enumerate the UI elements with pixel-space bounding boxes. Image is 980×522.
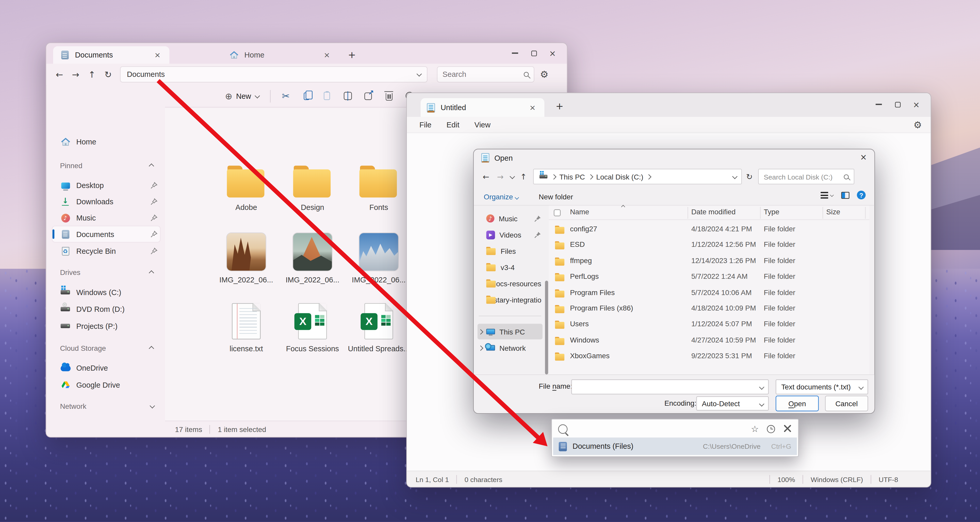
file-item-img1[interactable]: IMG_2022_06... <box>215 233 277 285</box>
cancel-button[interactable]: Cancel <box>825 396 868 411</box>
chevron-down-icon[interactable] <box>510 173 515 179</box>
section-network[interactable]: Network <box>60 403 160 410</box>
forward-icon[interactable]: → <box>68 69 84 80</box>
file-row-xboxgames[interactable]: XboxGames 9/22/2023 5:31 PM File folder <box>549 349 869 365</box>
file-row-windows[interactable]: Windows 4/27/2024 10:59 PM File folder <box>549 333 869 349</box>
encoding-select[interactable]: Auto-Detect <box>696 396 769 411</box>
file-item-license[interactable]: license.txt <box>215 303 277 353</box>
file-row-esd[interactable]: ESD 1/12/2024 12:56 PM File folder <box>549 238 869 254</box>
file-item-img3[interactable]: IMG_2022_06... <box>347 233 410 285</box>
share-icon[interactable] <box>358 87 379 105</box>
rename-icon[interactable] <box>337 87 358 105</box>
file-item-focus-sessions[interactable]: X Focus Sessions <box>282 303 344 353</box>
place-videos[interactable]: ▶ Videos <box>477 227 542 243</box>
chevron-down-icon[interactable] <box>417 71 422 76</box>
sidebar-item-downloads[interactable]: ↓ Downloads <box>52 194 160 209</box>
organize-button[interactable]: Organize <box>484 193 519 201</box>
notepad-tab-untitled[interactable]: Untitled × <box>421 98 544 117</box>
file-row-program-files[interactable]: Program Files 5/7/2024 10:06 AM File fol… <box>549 285 869 301</box>
preview-pane-icon[interactable] <box>841 192 850 199</box>
expand-icon[interactable] <box>478 329 483 334</box>
sidebar-item-documents[interactable]: Documents <box>52 226 160 242</box>
dialog-search-input[interactable]: Search Local Disk (C:) <box>758 169 854 185</box>
file-row-program-files-x86[interactable]: Program Files (x86) 4/18/2024 10:09 PM F… <box>549 301 869 317</box>
back-icon[interactable]: ← <box>479 172 493 181</box>
section-drives[interactable]: Drives <box>60 269 160 276</box>
tree-item-this-pc[interactable]: This PC <box>477 324 542 339</box>
file-row-config27[interactable]: config27 4/18/2024 4:21 PM File folder <box>549 222 869 238</box>
place-listary-integration[interactable]: listary-integratio <box>477 292 542 308</box>
sidebar-item-onedrive[interactable]: OneDrive <box>52 360 160 376</box>
menu-view[interactable]: View <box>468 118 497 131</box>
sidebar-item-desktop[interactable]: Desktop <box>52 177 160 193</box>
listary-result-row[interactable]: Documents (Files) C:\Users\OneDrive Ctrl… <box>553 438 797 455</box>
delete-icon[interactable] <box>379 87 399 105</box>
place-docs-resources[interactable]: docs-resources <box>477 276 542 291</box>
open-button[interactable]: Open <box>776 396 819 411</box>
file-row-perflogs[interactable]: PerfLogs 5/7/2022 1:24 AM File folder <box>549 269 869 285</box>
column-type[interactable]: Type <box>764 208 780 216</box>
sidebar-item-projects-p[interactable]: Projects (P:) <box>52 318 160 334</box>
file-name-input[interactable] <box>572 380 768 393</box>
close-button[interactable]: × <box>860 153 867 162</box>
section-pinned[interactable]: Pinned <box>60 162 160 169</box>
close-button[interactable]: × <box>907 97 926 111</box>
file-item-design[interactable]: Design <box>282 166 344 212</box>
zoom-level[interactable]: 100% <box>778 475 795 483</box>
refresh-icon[interactable]: ↻ <box>742 172 757 181</box>
place-music[interactable]: ♪ Music <box>477 211 542 226</box>
file-name-combo[interactable] <box>571 379 769 394</box>
section-cloud-storage[interactable]: Cloud Storage <box>60 344 160 352</box>
search-input[interactable]: Search <box>437 66 535 83</box>
file-row-ffmpeg[interactable]: ffmpeg 12/14/2023 1:26 PM File folder <box>549 253 869 269</box>
select-all-checkbox[interactable] <box>554 209 561 216</box>
address-bar[interactable]: Documents <box>120 66 427 83</box>
maximize-button[interactable] <box>524 46 543 60</box>
file-item-fonts[interactable]: Fonts <box>347 166 410 212</box>
column-date-modified[interactable]: Date modified <box>691 208 735 216</box>
column-size[interactable]: Size <box>826 208 840 216</box>
view-mode-button[interactable] <box>821 192 834 199</box>
favorites-star-icon[interactable]: ☆ <box>751 424 759 434</box>
sidebar-item-windows-c[interactable]: Windows (C:) <box>52 285 160 300</box>
refresh-icon[interactable]: ↻ <box>100 69 116 80</box>
crumb-local-disk[interactable]: Local Disk (C:) <box>596 173 643 180</box>
new-button[interactable]: ⊕ New <box>219 87 265 105</box>
place-v3-4[interactable]: v3-4 <box>477 259 542 275</box>
tree-item-network[interactable]: Network <box>477 340 542 356</box>
minimize-button[interactable] <box>506 46 525 60</box>
sidebar-item-music[interactable]: ♪ Music <box>52 210 160 226</box>
paste-icon[interactable] <box>317 87 337 105</box>
sidebar-item-recycle-bin[interactable]: ♻ Recycle Bin <box>52 243 160 259</box>
menu-file[interactable]: File <box>413 118 438 131</box>
back-icon[interactable]: ← <box>51 69 68 80</box>
sidebar-scrollbar[interactable] <box>545 281 548 374</box>
sidebar-item-dvd-d[interactable]: DVD Rom (D:) <box>52 301 160 317</box>
chevron-up-icon[interactable] <box>149 270 154 276</box>
column-name[interactable]: Name <box>570 208 589 216</box>
encoding[interactable]: UTF-8 <box>879 475 898 483</box>
help-icon[interactable]: ? <box>857 191 866 199</box>
history-clock-icon[interactable] <box>767 425 775 433</box>
gear-icon[interactable]: ⚙ <box>913 119 922 131</box>
cut-icon[interactable]: ✂ <box>275 87 296 105</box>
crumb-this-pc[interactable]: This PC <box>559 173 585 180</box>
copy-icon[interactable] <box>296 87 317 105</box>
menu-edit[interactable]: Edit <box>440 118 466 131</box>
explorer-tab-home[interactable]: Home × <box>223 46 339 64</box>
expand-icon[interactable] <box>478 345 483 350</box>
sidebar-item-google-drive[interactable]: Google Drive <box>52 377 160 393</box>
up-icon[interactable]: ↑ <box>516 172 531 181</box>
chevron-down-icon[interactable] <box>150 403 155 409</box>
minimize-button[interactable] <box>869 97 888 111</box>
gear-icon[interactable]: ⚙ <box>540 69 549 80</box>
sidebar-item-home[interactable]: Home <box>52 134 160 150</box>
tools-icon[interactable] <box>783 425 792 433</box>
chevron-up-icon[interactable] <box>149 346 154 351</box>
close-tab-icon[interactable]: × <box>527 103 538 112</box>
file-item-img2[interactable]: IMG_2022_06... <box>282 233 344 285</box>
file-item-adobe[interactable]: Adobe <box>215 166 277 212</box>
file-row-users[interactable]: Users 1/12/2024 5:07 PM File folder <box>549 317 869 333</box>
chevron-up-icon[interactable] <box>149 164 154 169</box>
file-item-untitled-spreadsheet[interactable]: X Untitled Spreads... <box>347 303 410 353</box>
